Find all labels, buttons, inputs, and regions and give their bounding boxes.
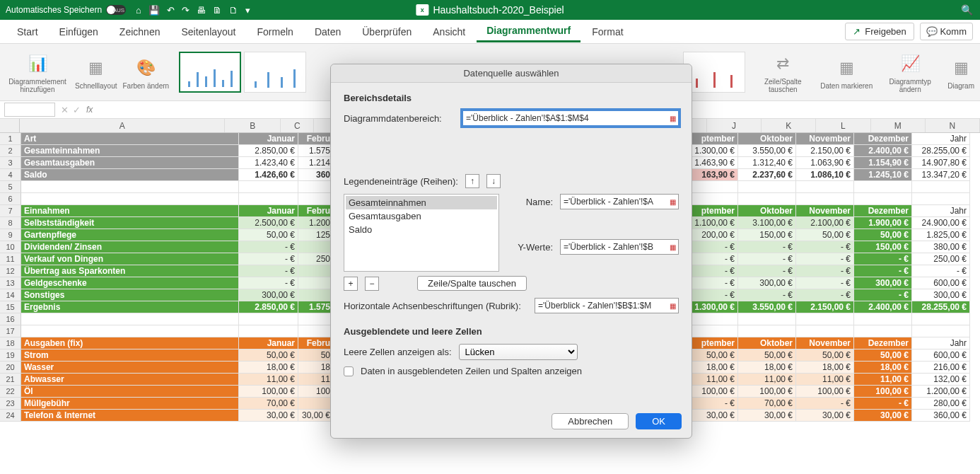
add-chart-element-button[interactable]: 📊Diagrammelement hinzufügen	[6, 51, 69, 93]
cell[interactable]: 1.245,10 €	[854, 169, 912, 181]
cell[interactable]: 100,00 €	[239, 386, 298, 398]
cell[interactable]: 150,00 €	[854, 241, 912, 253]
cell[interactable]	[21, 193, 239, 205]
row-header[interactable]: 6	[0, 193, 21, 205]
cell[interactable]: 300,00 €	[738, 277, 796, 289]
row-header[interactable]: 8	[0, 217, 21, 229]
cell[interactable]	[912, 313, 970, 325]
tab-formeln[interactable]: Formeln	[247, 22, 303, 42]
name-box[interactable]	[4, 103, 55, 117]
cell[interactable]: 1.063,90 €	[796, 157, 854, 169]
cell[interactable]: 1.423,40 €	[239, 157, 298, 169]
cell[interactable]	[298, 193, 334, 205]
cell[interactable]: Januar	[239, 133, 298, 145]
cell[interactable]: Ausgaben (fix)	[21, 337, 239, 349]
cell[interactable]	[298, 289, 334, 301]
cell[interactable]: Gesamtausgaben	[21, 157, 239, 169]
cell[interactable]: Ergebnis	[21, 301, 239, 313]
cell[interactable]	[854, 181, 912, 193]
cell[interactable]	[796, 181, 854, 193]
switch-row-column-dialog-button[interactable]: Zeile/Spalte tauschen	[417, 276, 527, 291]
col-header-J[interactable]: J	[707, 119, 762, 132]
cell[interactable]: 14.907,80 €	[912, 157, 970, 169]
cell[interactable]: Febru	[298, 337, 334, 349]
select-data-button[interactable]: ▦Daten markieren	[820, 55, 873, 90]
tab-ansicht[interactable]: Ansicht	[423, 22, 475, 42]
doc-icon[interactable]: 🗎	[213, 5, 222, 16]
cell[interactable]: Saldo	[21, 169, 239, 181]
cell[interactable]: 50,00 €	[796, 349, 854, 362]
cell[interactable]	[912, 181, 970, 193]
fx-label[interactable]: fx	[86, 105, 93, 115]
print-icon[interactable]: 🖶	[197, 5, 206, 16]
tab-daten[interactable]: Daten	[305, 22, 351, 42]
cell[interactable]: 1.312,40 €	[738, 157, 796, 169]
remove-series-button[interactable]: −	[365, 277, 379, 291]
tab-format[interactable]: Format	[582, 22, 633, 42]
row-header[interactable]: 15	[0, 301, 21, 313]
col-header-N[interactable]: N	[926, 119, 980, 132]
range-picker-icon[interactable]: ▦	[670, 243, 676, 251]
cell[interactable]: - €	[854, 289, 912, 301]
row-header[interactable]: 20	[0, 362, 21, 374]
cell[interactable]: - €	[796, 277, 854, 289]
tab-zeichnen[interactable]: Zeichnen	[110, 22, 170, 42]
cell[interactable]	[298, 181, 334, 193]
cell[interactable]: 216,00 €	[912, 362, 970, 374]
cell[interactable]: - €	[854, 265, 912, 277]
cell[interactable]: 1.575	[298, 301, 334, 313]
show-hidden-data-checkbox[interactable]	[344, 366, 354, 376]
row-header[interactable]: 17	[0, 325, 21, 337]
cell[interactable]: 30,00 €	[854, 410, 912, 422]
cell[interactable]: 11,00 €	[854, 374, 912, 386]
cell[interactable]: 300,00 €	[854, 277, 912, 289]
cell[interactable]: 2.850,00 €	[239, 145, 298, 157]
cell[interactable]	[738, 181, 796, 193]
range-picker-icon[interactable]: ▦	[670, 302, 676, 310]
cell[interactable]: 50,00 €	[796, 229, 854, 241]
series-listbox[interactable]: Gesamteinnahmen Gesamtausgaben Saldo	[344, 194, 499, 272]
cell[interactable]: 70,00 €	[738, 398, 796, 410]
tab-ueberpruefen[interactable]: Überprüfen	[352, 22, 421, 42]
change-colors-button[interactable]: 🎨Farben ändern	[122, 55, 169, 90]
chart-style-2[interactable]	[244, 52, 306, 93]
cell[interactable]: Öl	[21, 386, 239, 398]
new-icon[interactable]: 🗋	[229, 5, 238, 16]
row-header[interactable]: 5	[0, 181, 21, 193]
cell[interactable]: 18,00 €	[738, 362, 796, 374]
cell[interactable]: - €	[796, 289, 854, 301]
cell[interactable]: Gartenpflege	[21, 229, 239, 241]
cell[interactable]: - €	[796, 265, 854, 277]
redo-icon[interactable]: ↷	[182, 5, 189, 16]
tab-einfuegen[interactable]: Einfügen	[49, 22, 108, 42]
cell[interactable]: 50,00 €	[854, 349, 912, 362]
cell[interactable]: Febru	[298, 133, 334, 145]
cell[interactable]: 11,00 €	[738, 374, 796, 386]
row-header[interactable]: 12	[0, 265, 21, 277]
share-button[interactable]: ↗Freigeben	[845, 23, 914, 40]
cell[interactable]: 30,00 €	[796, 410, 854, 422]
cell[interactable]: 50,00 €	[854, 229, 912, 241]
cell[interactable]: - €	[239, 241, 298, 253]
cell[interactable]: 18,00 €	[796, 362, 854, 374]
cell[interactable]: 1.086,10 €	[796, 169, 854, 181]
cell[interactable]: 2.400,00 €	[854, 301, 912, 313]
cell[interactable]: Abwasser	[21, 374, 239, 386]
cell[interactable]: 300,00 €	[912, 289, 970, 301]
chart-style-n[interactable]	[683, 52, 745, 93]
row-header[interactable]: 7	[0, 205, 21, 217]
series-item[interactable]: Gesamteinnahmen	[346, 196, 497, 209]
col-header-A[interactable]: A	[20, 119, 225, 132]
accept-formula-icon[interactable]: ✓	[73, 105, 81, 115]
cell[interactable]: Jahr	[912, 337, 970, 349]
cell[interactable]: Jahr	[912, 205, 970, 217]
cell[interactable]: 132,00 €	[912, 374, 970, 386]
cell[interactable]: 1.214	[298, 157, 334, 169]
row-header[interactable]: 4	[0, 169, 21, 181]
cell[interactable]: 30,00 €	[738, 410, 796, 422]
cell[interactable]: 280,00 €	[912, 398, 970, 410]
cell[interactable]: 2.500,00 €	[239, 217, 298, 229]
cell[interactable]: Sonstiges	[21, 289, 239, 301]
cell[interactable]: November	[796, 337, 854, 349]
cell[interactable]	[738, 325, 796, 337]
